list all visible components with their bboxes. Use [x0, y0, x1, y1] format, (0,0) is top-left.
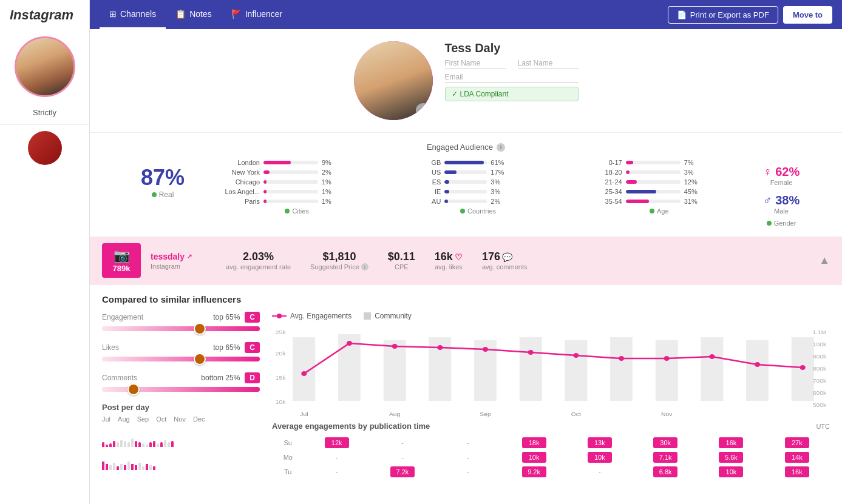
analytics-section: Compared to similar influencers Engageme… — [90, 284, 842, 504]
svg-text:500k: 500k — [813, 402, 827, 408]
age-row-1820: 18-20 3% — [574, 169, 745, 176]
export-button[interactable]: 📄 Print or Export as PDF — [668, 6, 778, 24]
svg-text:1.1M: 1.1M — [812, 329, 826, 335]
svg-text:Jul: Jul — [300, 411, 308, 417]
audience-title: Engaged Audience i — [114, 143, 818, 152]
first-name-field[interactable]: First Name — [445, 59, 506, 69]
profile-fields: First Name Last Name — [445, 59, 579, 69]
svg-point-16 — [483, 347, 488, 352]
badge-likes: C — [245, 342, 260, 353]
comments-range — [102, 387, 260, 392]
engagement-chart: 1.1M 100k 800k 800k 700k 600k 500k 25k 2… — [272, 325, 830, 419]
svg-text:100k: 100k — [813, 341, 827, 348]
svg-rect-2 — [384, 340, 406, 401]
svg-point-19 — [619, 356, 624, 361]
audience-section: Engaged Audience i 87% Real London 9% — [90, 133, 842, 237]
channel-username[interactable]: tessdaly ↗ — [151, 252, 192, 261]
lda-badge: ✓ LDA Compliant — [445, 87, 579, 101]
audience-real-block: 87% Real — [114, 159, 211, 199]
age-bars: 0-17 7% 18-20 3% 21-24 12% 25-34 — [574, 159, 745, 215]
svg-text:800k: 800k — [813, 354, 827, 360]
sidebar-avatar-large[interactable] — [15, 36, 75, 97]
chart-legend: Avg. Engagements Community — [272, 312, 830, 320]
svg-rect-9 — [701, 337, 723, 401]
instagram-icon: 📷 — [114, 248, 130, 264]
notes-icon: 📋 — [175, 9, 186, 19]
analytics-title: Compared to similar influencers — [102, 294, 830, 304]
channel-platform: Instagram — [151, 263, 192, 270]
svg-text:Oct: Oct — [571, 411, 581, 417]
city-row-chicago: Chicago 1% — [211, 178, 382, 186]
tab-channels[interactable]: ⊞ Channels — [100, 0, 166, 29]
profile-section: ! Tess Daly First Name Last Name Email ✓… — [90, 29, 842, 133]
svg-rect-10 — [746, 340, 769, 401]
gender-legend: Gender — [745, 220, 818, 227]
post-day-months: JulAugSepOctNovDec — [102, 415, 260, 423]
last-name-field[interactable]: Last Name — [518, 59, 579, 69]
heart-icon: ♡ — [455, 252, 463, 262]
gender-section: ♀ 62% Female ♂ 38% Male Gender — [745, 159, 818, 227]
stat-suggested-price: $1,810 Suggested Price i — [310, 250, 368, 270]
svg-text:25k: 25k — [276, 329, 286, 335]
svg-rect-7 — [610, 337, 633, 401]
engagement-range — [102, 326, 260, 331]
age-row-2124: 21-24 12% — [574, 178, 745, 186]
metric-likes: Likes top 65% C — [102, 342, 260, 361]
city-row-newyork: New York 2% — [211, 169, 382, 176]
age-label: Age — [574, 207, 745, 215]
post-day-bars-2 — [102, 448, 260, 470]
countries-label: Countries — [392, 207, 563, 215]
svg-text:Nov: Nov — [661, 411, 673, 417]
svg-point-14 — [392, 344, 398, 349]
age-row-3554: 35-54 31% — [574, 198, 745, 205]
check-icon: ✓ — [452, 90, 458, 98]
sidebar-item-strictly[interactable]: Strictly — [0, 103, 89, 119]
svg-point-17 — [528, 350, 534, 355]
comparison-left: Engagement top 65% C Likes — [102, 312, 260, 479]
svg-text:700k: 700k — [813, 378, 827, 384]
email-field[interactable]: Email — [445, 73, 579, 83]
city-row-paris: Paris 1% — [211, 198, 382, 205]
svg-text:15k: 15k — [276, 375, 286, 381]
legend-avg-engagements: Avg. Engagements — [272, 312, 351, 320]
table-row-tu: Tu - 7.2k - 9.2k - 6.8k 10k 16k — [272, 465, 830, 479]
countries-bars: GB 61% US 17% ES 3% IE 3% — [392, 159, 563, 215]
svg-rect-8 — [656, 340, 678, 401]
svg-text:Aug: Aug — [389, 411, 400, 417]
profile-name: Tess Daly — [445, 41, 579, 55]
engagement-table: Su 12k - - 18k 13k 30k 16k 27k Mo — [272, 435, 830, 479]
svg-point-13 — [347, 341, 352, 346]
top-nav: ⊞ Channels 📋 Notes 🚩 Influencer 📄 Print … — [90, 0, 842, 29]
channel-user-block: tessdaly ↗ Instagram — [151, 252, 192, 270]
svg-text:20k: 20k — [276, 351, 286, 357]
svg-point-23 — [800, 365, 806, 370]
gender-female-pct: ♀ 62% — [745, 165, 818, 179]
sidebar-avatar-small[interactable] — [28, 131, 62, 165]
badge-engagement: C — [245, 312, 260, 323]
age-row-2534: 25-34 45% — [574, 188, 745, 195]
svg-text:10k: 10k — [276, 399, 286, 405]
country-row-au: AU 2% — [392, 198, 563, 205]
table-row-su: Su 12k - - 18k 13k 30k 16k 27k — [272, 435, 830, 450]
real-label: Real — [114, 190, 211, 199]
gender-male-label: Male — [745, 207, 818, 215]
chart-svg: 1.1M 100k 800k 800k 700k 600k 500k 25k 2… — [272, 325, 830, 419]
collapse-button[interactable]: ▲ — [819, 254, 830, 267]
svg-point-18 — [573, 353, 579, 358]
svg-rect-6 — [565, 340, 587, 401]
external-link-icon: ↗ — [187, 253, 192, 260]
age-row-017: 0-17 7% — [574, 159, 745, 166]
cities-bars: London 9% New York 2% Chicago 1% Los Ang… — [211, 159, 382, 215]
follower-count: 789k — [113, 264, 131, 273]
channel-stats: 2.03% avg. engagement rate $1,810 Sugges… — [226, 250, 819, 270]
svg-point-12 — [301, 371, 307, 376]
tab-notes[interactable]: 📋 Notes — [166, 0, 222, 29]
info-icon[interactable]: i — [497, 143, 505, 152]
svg-point-22 — [755, 362, 760, 367]
move-to-button[interactable]: Move to — [783, 6, 832, 24]
tab-influencer[interactable]: 🚩 Influencer — [222, 0, 292, 29]
profile-badge: ! — [416, 103, 430, 118]
likes-range — [102, 357, 260, 361]
info-icon-price[interactable]: i — [361, 263, 368, 270]
engagement-table-title: Average engagements by publication time — [272, 422, 430, 431]
